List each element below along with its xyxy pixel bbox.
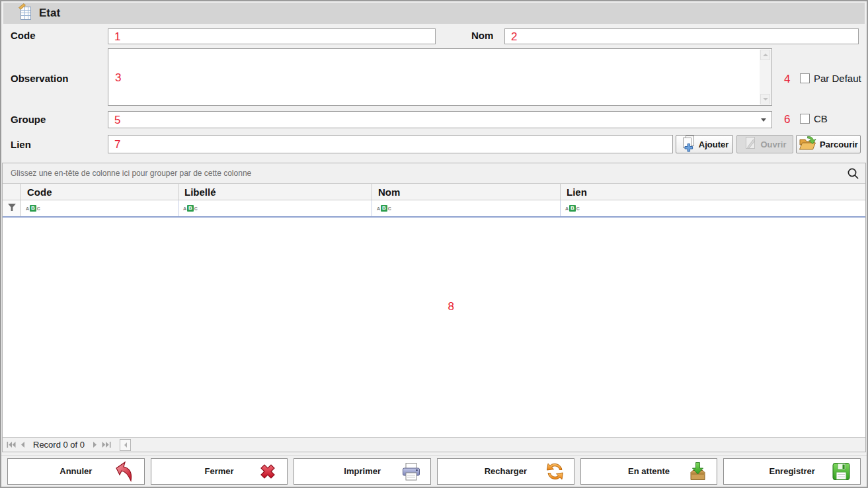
fermer-button[interactable]: Fermer (151, 458, 288, 485)
search-icon[interactable] (847, 167, 859, 183)
ouvrir-label: Ouvrir (760, 140, 786, 149)
annotation-marker-1: 1 (114, 31, 120, 42)
abc-filter-icon: ABC (565, 205, 580, 212)
dropdown-arrow-icon (761, 118, 766, 122)
title-bar: Etat (3, 3, 865, 24)
undo-arrow-icon (114, 461, 136, 482)
edit-page-icon (743, 136, 757, 153)
imprimer-button[interactable]: Imprimer (294, 458, 431, 485)
par-defaut-checkbox[interactable]: Par Defaut (800, 73, 861, 84)
imprimer-label: Imprimer (344, 466, 381, 476)
parcourir-button[interactable]: Parcourir (796, 135, 861, 153)
grid-empty-area: 8 (3, 218, 865, 437)
filter-cell-nom[interactable]: ABC (372, 200, 561, 216)
filter-row-indicator (3, 200, 21, 216)
grid-panel: Glissez une en-tête de colonne ici pour … (2, 163, 866, 452)
window-title: Etat (39, 7, 60, 20)
en-attente-button[interactable]: En attente (580, 458, 718, 485)
nav-prev-button[interactable] (20, 442, 25, 448)
annotation-marker-3: 3 (115, 71, 121, 83)
lien-input[interactable]: 7 (108, 135, 673, 153)
column-header-nom[interactable]: Nom (372, 184, 561, 200)
filter-cell-code[interactable]: ABC (21, 200, 178, 216)
nav-first-button[interactable] (7, 442, 16, 448)
annotation-marker-8: 8 (448, 301, 454, 312)
groupe-label: Groupe (11, 114, 46, 125)
record-count-text: Record 0 of 0 (33, 440, 85, 450)
report-icon (18, 3, 33, 24)
printer-icon (401, 462, 422, 481)
code-label: Code (11, 30, 36, 41)
abc-filter-icon: ABC (377, 205, 391, 212)
cb-checkbox[interactable]: CB (800, 113, 828, 124)
save-disk-icon (831, 461, 851, 481)
ajouter-label: Ajouter (699, 140, 729, 149)
en-attente-label: En attente (628, 466, 670, 476)
annotation-marker-7: 7 (114, 139, 120, 150)
observation-textarea[interactable]: 3 (108, 48, 772, 106)
triangle-up-icon (763, 54, 768, 56)
annotation-marker-2: 2 (511, 31, 517, 42)
lien-label: Lien (11, 139, 31, 150)
code-input[interactable]: 1 (108, 28, 436, 44)
recharger-label: Recharger (485, 466, 527, 476)
column-header-lien[interactable]: Lien (561, 184, 865, 200)
enregistrer-label: Enregistrer (769, 466, 815, 476)
annotation-marker-6: 6 (784, 113, 790, 126)
annuler-button[interactable]: Annuler (7, 458, 145, 485)
observation-label: Observation (11, 73, 69, 84)
annotation-marker-4: 4 (784, 73, 790, 86)
scroll-up-button[interactable] (760, 50, 770, 60)
annotation-marker-5: 5 (114, 114, 120, 126)
parcourir-label: Parcourir (820, 140, 858, 149)
groupe-combobox[interactable]: 5 (108, 111, 772, 128)
add-pages-icon (680, 135, 695, 154)
red-x-icon (257, 461, 278, 482)
open-folder-icon (799, 136, 816, 153)
record-navigator: Record 0 of 0 (3, 437, 865, 452)
annuler-label: Annuler (59, 466, 92, 476)
recharger-button[interactable]: Recharger (437, 458, 574, 485)
filter-cell-libelle[interactable]: ABC (178, 200, 372, 216)
inbox-drop-icon (688, 461, 708, 481)
group-by-hint: Glissez une en-tête de colonne ici pour … (11, 169, 251, 178)
filter-cell-lien[interactable]: ABC (561, 200, 865, 216)
checkbox-box-icon (800, 73, 810, 83)
nom-input[interactable]: 2 (504, 28, 859, 44)
row-indicator-header (3, 184, 21, 200)
group-by-bar: Glissez une en-tête de colonne ici pour … (3, 163, 865, 184)
nav-next-button[interactable] (93, 442, 97, 448)
etat-window: Etat Code 1 Nom 2 Observation 3 4 Par De… (0, 0, 868, 488)
cb-label: CB (814, 113, 828, 124)
nom-label: Nom (471, 30, 493, 41)
grid-filter-row: ABC ABC ABC ABC (3, 200, 865, 218)
refresh-icon (545, 461, 565, 481)
scroll-down-button[interactable] (760, 94, 770, 104)
footer-button-bar: Annuler Fermer Imprimer (1, 455, 867, 487)
enregistrer-button[interactable]: Enregistrer (723, 458, 861, 485)
ajouter-button[interactable]: Ajouter (676, 135, 733, 153)
triangle-down-icon (763, 98, 768, 101)
abc-filter-icon: ABC (183, 205, 198, 212)
par-defaut-label: Par Defaut (814, 73, 861, 84)
abc-filter-icon: ABC (26, 205, 40, 212)
grid-header-row: Code Libellé Nom Lien (3, 184, 865, 200)
fermer-label: Fermer (204, 466, 233, 476)
funnel-icon (7, 202, 17, 214)
ouvrir-button[interactable]: Ouvrir (736, 135, 793, 153)
observation-scrollbar (760, 50, 771, 104)
column-header-libelle[interactable]: Libellé (178, 184, 372, 200)
nav-last-button[interactable] (102, 442, 111, 448)
hscroll-left-button[interactable] (120, 439, 131, 451)
checkbox-box-icon (800, 114, 810, 124)
column-header-code[interactable]: Code (21, 184, 178, 200)
